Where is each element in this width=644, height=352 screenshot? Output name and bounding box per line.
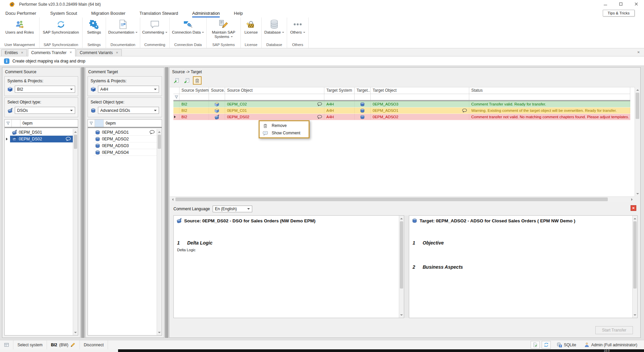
scroll-down-icon[interactable] (73, 330, 78, 335)
mapping-row[interactable]: BI2 0EPM_DS02 A4H 0EPM_ADSO2 Comment tra… (173, 114, 630, 120)
close-button[interactable] (629, 0, 644, 9)
filter-icon[interactable] (88, 120, 95, 127)
scroll-down-icon[interactable] (635, 191, 640, 196)
ribbon-button-others[interactable]: Others (287, 17, 308, 42)
scrollbar[interactable] (399, 216, 404, 318)
scroll-left-icon[interactable] (170, 197, 175, 202)
list-item[interactable]: 0EPM_DS02 (5, 136, 73, 142)
splitter[interactable] (165, 67, 168, 338)
column-header-source[interactable]: Source... (209, 87, 225, 94)
source-object-type-select[interactable]: DSOs (15, 107, 75, 114)
ribbon-button-settings[interactable]: Settings (83, 17, 106, 42)
menu-item-translation-steward[interactable]: Translation Steward (140, 9, 178, 17)
column-header-target[interactable]: Target... (355, 87, 371, 94)
list-item[interactable]: 0EPM_ADSO3 (88, 142, 157, 149)
splitter[interactable] (81, 67, 85, 338)
scrollbar[interactable] (157, 129, 162, 335)
column-header-status[interactable]: Status (469, 87, 630, 94)
tab-close-icon[interactable] (21, 51, 23, 54)
ribbon-button-documentation[interactable]: Documentation (106, 17, 140, 42)
filter-cell[interactable] (469, 94, 630, 100)
app-windows-button[interactable] (0, 340, 13, 349)
scroll-up-icon[interactable] (399, 216, 404, 221)
menu-item-help[interactable]: Help (234, 9, 243, 17)
edit-icon[interactable] (70, 342, 75, 347)
filter-icon[interactable] (5, 120, 12, 127)
ribbon-button-connection-data[interactable]: Connection Data (170, 17, 206, 42)
scrollbar[interactable] (73, 129, 78, 335)
menu-item-system-scout[interactable]: System Scout (50, 9, 77, 17)
target-object-type-select[interactable]: Advanced DSOs (98, 107, 159, 114)
column-header-source-object[interactable]: Source Object (225, 87, 324, 94)
scroll-down-icon[interactable] (399, 312, 404, 317)
scroll-thumb[interactable] (633, 221, 637, 289)
tab-close-icon[interactable] (116, 51, 118, 54)
column-header-source-system[interactable]: Source System (179, 87, 209, 94)
context-menu-item-show-comment[interactable]: Show Comment (260, 129, 309, 137)
tab-close-icon[interactable] (69, 51, 72, 54)
maximize-button[interactable] (613, 0, 629, 9)
list-item[interactable]: 0EPM_DS01 (5, 129, 73, 136)
icon-column-header[interactable] (12, 120, 20, 127)
expand-icon[interactable] (174, 116, 177, 118)
scroll-right-icon[interactable] (629, 197, 634, 202)
scrollbar-horizontal[interactable] (170, 196, 635, 202)
refresh-button[interactable] (542, 341, 551, 349)
close-view-icon[interactable] (637, 50, 640, 54)
filter-cell[interactable] (209, 94, 225, 100)
tab-comments-transfer[interactable]: Comments Transfer (28, 48, 75, 56)
filter-cell[interactable] (371, 94, 469, 100)
report-button[interactable] (531, 341, 540, 349)
filter-input[interactable]: 0epm (104, 120, 162, 127)
filter-cell[interactable] (225, 94, 324, 100)
ribbon-button-users-and-roles[interactable]: Users and Roles (0, 17, 39, 42)
filter-input[interactable]: 0epm (20, 120, 78, 127)
scroll-up-icon[interactable] (633, 216, 637, 221)
icon-column-header[interactable] (95, 120, 104, 127)
list-item[interactable]: 0EPM_ADSO1 (88, 129, 157, 136)
ribbon-button-sap-synchronization[interactable]: SAP Synchronization (40, 17, 82, 42)
scroll-thumb[interactable] (158, 135, 161, 149)
menu-item-administration[interactable]: Administration (192, 9, 220, 17)
scroll-up-icon[interactable] (635, 87, 640, 92)
splitter[interactable] (404, 215, 409, 318)
scroll-thumb[interactable] (400, 221, 403, 289)
close-preview-button[interactable] (631, 205, 636, 211)
filter-cell[interactable] (324, 94, 355, 100)
mapdoc-button[interactable] (172, 76, 181, 85)
ribbon-button-commenting[interactable]: Commenting (140, 17, 169, 42)
minimize-button[interactable] (598, 0, 613, 9)
scroll-thumb[interactable] (74, 135, 77, 149)
trash-button[interactable] (193, 76, 202, 85)
mapping-row[interactable]: BI2 0EPM_C01 A4H 0EPM_ADSO1 Warning. Exi… (173, 107, 630, 114)
context-menu-item-remove[interactable]: Remove (260, 122, 309, 129)
ribbon-button-license[interactable]: License (241, 17, 261, 42)
mapping-row[interactable]: BI2 0EPM_C02 A4H 0EPM_ADSO3 Comment Tran… (173, 101, 630, 107)
filter-cell[interactable] (355, 94, 371, 100)
tips-tricks-button[interactable]: Tips & Tricks (603, 10, 635, 16)
comment-language-select[interactable]: En (English) (213, 206, 252, 212)
ribbon-button-maintain-sap-systems[interactable]: Maintain SAP Systems (207, 17, 240, 42)
column-header-target-object[interactable]: Target Object (371, 87, 469, 94)
target-system-select[interactable]: A4H (98, 86, 159, 93)
select-system-button[interactable]: Select system (13, 340, 47, 349)
menu-item-docu-performer[interactable]: Docu Performer (5, 9, 36, 17)
mapdoc2-button[interactable] (182, 76, 191, 85)
list-item[interactable]: 0EPM_ADSO4 (88, 149, 157, 156)
list-item[interactable]: 0EPM_ADSO2 (88, 136, 157, 142)
tab-entities[interactable]: Entities (1, 49, 27, 56)
filter-cell[interactable] (179, 94, 209, 100)
scroll-down-icon[interactable] (157, 330, 162, 335)
column-header-target-system[interactable]: Target System (324, 87, 355, 94)
menu-item-migration-booster[interactable]: Migration Booster (91, 9, 125, 17)
scroll-thumb[interactable] (636, 93, 639, 119)
scroll-up-icon[interactable] (73, 129, 78, 134)
scrollbar[interactable] (632, 216, 637, 318)
scroll-up-icon[interactable] (157, 129, 162, 134)
scroll-down-icon[interactable] (633, 312, 637, 317)
ribbon-button-database[interactable]: Database (262, 17, 287, 42)
scrollbar[interactable] (635, 87, 640, 196)
scroll-thumb[interactable] (175, 197, 608, 201)
disconnect-button[interactable]: Disconnect (80, 340, 108, 349)
start-transfer-button[interactable]: Start Transfer (595, 326, 633, 334)
